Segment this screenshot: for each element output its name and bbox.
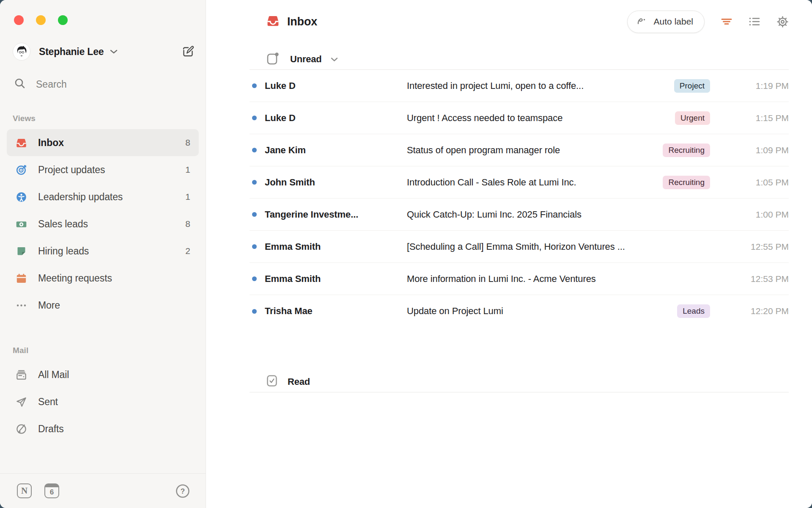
sidebar-item-label: Meeting requests bbox=[38, 273, 112, 284]
chevron-down-icon bbox=[330, 56, 338, 64]
draft-icon bbox=[15, 423, 27, 435]
inbox-icon bbox=[266, 14, 280, 29]
sidebar-item-label: Inbox bbox=[38, 137, 64, 149]
auto-label-icon bbox=[636, 15, 648, 29]
search-icon bbox=[14, 77, 26, 91]
unread-section-header[interactable]: Unread bbox=[250, 49, 789, 69]
send-icon bbox=[15, 396, 27, 408]
sidebar-item-label: Leadership updates bbox=[38, 191, 123, 203]
calendar-icon bbox=[15, 273, 27, 284]
mail-nav: All Mail Sent Drafts bbox=[0, 361, 206, 442]
sidebar-item-more[interactable]: More bbox=[7, 292, 199, 319]
app-window: Stephanie Lee Search Views bbox=[0, 0, 812, 508]
sidebar-item-project-updates[interactable]: Project updates 1 bbox=[7, 156, 199, 183]
email-sender: Trisha Mae bbox=[265, 306, 407, 317]
sidebar-item-inbox[interactable]: Inbox 8 bbox=[7, 129, 199, 156]
page-title: Inbox bbox=[287, 15, 317, 28]
window-controls bbox=[0, 0, 206, 25]
email-row[interactable]: Luke D Urgent ! Access needed to teamspa… bbox=[250, 102, 789, 134]
filter-icon[interactable] bbox=[721, 16, 732, 28]
notion-calendar-icon[interactable]: 6 bbox=[44, 483, 59, 498]
unread-count: 8 bbox=[185, 138, 190, 148]
sidebar-item-label: Sent bbox=[38, 396, 58, 408]
sidebar-item-label: Sales leads bbox=[38, 218, 88, 230]
notion-app-icon[interactable]: N bbox=[17, 483, 32, 498]
email-sender: Luke D bbox=[265, 113, 407, 124]
unread-dot bbox=[252, 276, 257, 281]
email-sender: John Smith bbox=[265, 177, 407, 188]
zoom-window-button[interactable] bbox=[58, 15, 68, 25]
unread-email-list: Luke D Interested in project Lumi, open … bbox=[250, 70, 789, 327]
sidebar-item-meeting-requests[interactable]: Meeting requests bbox=[7, 265, 199, 292]
checkbox-checked-icon bbox=[266, 375, 277, 389]
money-icon bbox=[15, 218, 27, 230]
close-window-button[interactable] bbox=[14, 15, 24, 25]
email-label: Project bbox=[674, 79, 710, 93]
minimize-window-button[interactable] bbox=[36, 15, 46, 25]
sidebar-item-sales-leads[interactable]: Sales leads 8 bbox=[7, 210, 199, 237]
views-section-header: Views bbox=[13, 114, 206, 123]
all-mail-icon bbox=[15, 369, 27, 381]
email-sender: Tangerine Investme... bbox=[265, 209, 407, 220]
email-time: 1:19 PM bbox=[710, 81, 789, 91]
unread-count: 1 bbox=[185, 165, 190, 175]
email-sender: Emma Smith bbox=[265, 241, 407, 252]
email-time: 12:20 PM bbox=[710, 306, 789, 316]
read-section-label: Read bbox=[288, 376, 310, 387]
unread-dot bbox=[252, 244, 257, 249]
main-content: Inbox Auto label bbox=[206, 0, 812, 508]
sidebar-item-sent[interactable]: Sent bbox=[7, 388, 199, 415]
unread-dot bbox=[252, 180, 257, 185]
svg-text:?: ? bbox=[181, 487, 185, 495]
avatar bbox=[13, 43, 30, 61]
email-row[interactable]: Trisha Mae Update on Project Lumi Leads … bbox=[250, 295, 789, 327]
email-time: 12:53 PM bbox=[710, 274, 789, 284]
email-time: 12:55 PM bbox=[710, 242, 789, 252]
email-row[interactable]: Jane Kim Status of open program manager … bbox=[250, 134, 789, 166]
unread-section-label: Unread bbox=[290, 54, 322, 65]
person-icon bbox=[15, 191, 27, 203]
email-subject: Status of open program manager role bbox=[407, 145, 654, 156]
unread-icon bbox=[266, 52, 279, 67]
email-subject: More information in Lumi Inc. - Acme Ven… bbox=[407, 273, 710, 284]
unread-count: 1 bbox=[185, 192, 190, 202]
sidebar-item-hiring-leads[interactable]: Hiring leads 2 bbox=[7, 237, 199, 265]
email-time: 1:09 PM bbox=[710, 145, 789, 155]
mail-section-header: Mail bbox=[13, 346, 206, 355]
unread-dot bbox=[252, 116, 257, 120]
email-row[interactable]: John Smith Introduction Call - Sales Rol… bbox=[250, 166, 789, 199]
help-icon[interactable]: ? bbox=[175, 483, 190, 499]
email-time: 1:15 PM bbox=[710, 113, 789, 123]
list-view-icon[interactable] bbox=[749, 16, 760, 28]
sidebar-item-label: All Mail bbox=[38, 369, 69, 381]
auto-label-button[interactable]: Auto label bbox=[627, 11, 705, 33]
email-time: 1:05 PM bbox=[710, 177, 789, 188]
sidebar-item-leadership-updates[interactable]: Leadership updates 1 bbox=[7, 183, 199, 210]
profile-name: Stephanie Lee bbox=[39, 46, 104, 58]
sidebar-item-label: More bbox=[38, 300, 60, 311]
search-placeholder: Search bbox=[36, 79, 67, 90]
account-switcher[interactable]: Stephanie Lee bbox=[13, 43, 118, 61]
email-sender: Jane Kim bbox=[265, 145, 407, 156]
sidebar-footer: N 6 ? bbox=[0, 473, 206, 508]
sidebar-item-all-mail[interactable]: All Mail bbox=[7, 361, 199, 388]
settings-gear-icon[interactable] bbox=[776, 16, 789, 28]
email-row[interactable]: Emma Smith [Scheduling a Call] Emma Smit… bbox=[250, 231, 789, 263]
email-subject: [Scheduling a Call] Emma Smith, Horizon … bbox=[407, 241, 710, 252]
unread-dot bbox=[252, 309, 257, 314]
email-sender: Emma Smith bbox=[265, 273, 407, 284]
sidebar-item-label: Project updates bbox=[38, 164, 105, 176]
auto-label-text: Auto label bbox=[654, 17, 693, 27]
unread-dot bbox=[252, 212, 257, 217]
email-label: Leads bbox=[677, 304, 710, 318]
note-icon bbox=[15, 246, 27, 257]
email-label: Recruiting bbox=[663, 144, 710, 157]
email-row[interactable]: Emma Smith More information in Lumi Inc.… bbox=[250, 263, 789, 295]
email-row[interactable]: Tangerine Investme... Quick Catch-Up: Lu… bbox=[250, 199, 789, 231]
email-row[interactable]: Luke D Interested in project Lumi, open … bbox=[250, 70, 789, 102]
compose-button[interactable] bbox=[181, 45, 195, 58]
email-subject: Quick Catch-Up: Lumi Inc. 2025 Financial… bbox=[407, 209, 710, 220]
search-input[interactable]: Search bbox=[14, 77, 195, 91]
read-section-header[interactable]: Read bbox=[250, 371, 789, 392]
sidebar-item-drafts[interactable]: Drafts bbox=[7, 415, 199, 442]
